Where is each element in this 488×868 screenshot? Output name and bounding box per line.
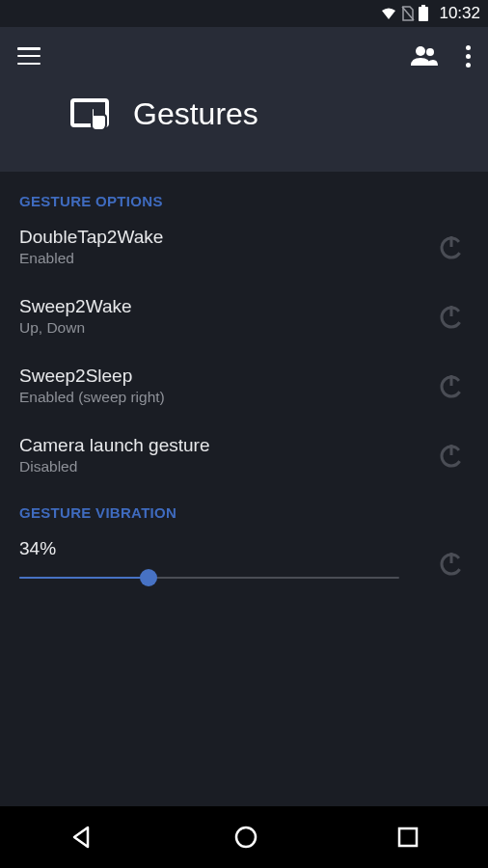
no-sim-icon bbox=[400, 5, 416, 22]
setting-title: Sweep2Sleep bbox=[19, 366, 434, 387]
content: GESTURE OPTIONS DoubleTap2Wake Enabled S… bbox=[0, 172, 488, 588]
svg-rect-2 bbox=[421, 5, 425, 8]
people-button[interactable] bbox=[410, 45, 439, 67]
power-icon[interactable] bbox=[434, 549, 469, 578]
svg-point-4 bbox=[426, 48, 434, 56]
section-header-vibration: GESTURE VIBRATION bbox=[19, 504, 469, 521]
power-icon[interactable] bbox=[434, 232, 469, 261]
setting-doubletap2wake[interactable]: DoubleTap2Wake Enabled bbox=[19, 227, 469, 267]
setting-subtitle: Disabled bbox=[19, 458, 434, 475]
status-icons bbox=[379, 5, 429, 22]
setting-subtitle: Up, Down bbox=[19, 319, 434, 337]
setting-title: Sweep2Wake bbox=[19, 296, 434, 317]
overflow-menu-button[interactable] bbox=[466, 45, 471, 68]
home-button[interactable] bbox=[232, 824, 259, 851]
setting-title: Camera launch gesture bbox=[19, 435, 434, 456]
svg-rect-17 bbox=[399, 828, 417, 846]
app-bar: Gestures bbox=[0, 27, 488, 172]
back-button[interactable] bbox=[68, 824, 95, 851]
page-title: Gestures bbox=[133, 96, 258, 132]
svg-rect-1 bbox=[419, 7, 428, 21]
power-icon[interactable] bbox=[434, 371, 469, 400]
menu-button[interactable] bbox=[17, 47, 41, 65]
power-icon[interactable] bbox=[434, 302, 469, 331]
svg-point-3 bbox=[416, 46, 425, 56]
vibration-value-label: 34% bbox=[19, 538, 415, 559]
setting-title: DoubleTap2Wake bbox=[19, 227, 434, 248]
setting-camera-launch[interactable]: Camera launch gesture Disabled bbox=[19, 435, 469, 475]
setting-subtitle: Enabled (sweep right) bbox=[19, 389, 434, 406]
setting-sweep2wake[interactable]: Sweep2Wake Up, Down bbox=[19, 296, 469, 337]
status-bar: 10:32 bbox=[0, 0, 488, 27]
svg-point-16 bbox=[236, 827, 256, 847]
battery-icon bbox=[418, 5, 429, 22]
gestures-icon bbox=[69, 95, 116, 133]
power-icon[interactable] bbox=[434, 441, 469, 470]
vibration-row: 34% bbox=[19, 538, 469, 588]
setting-sweep2sleep[interactable]: Sweep2Sleep Enabled (sweep right) bbox=[19, 366, 469, 406]
recent-apps-button[interactable] bbox=[396, 826, 420, 849]
navigation-bar bbox=[0, 806, 488, 868]
wifi-icon bbox=[379, 6, 398, 21]
status-time: 10:32 bbox=[439, 4, 480, 23]
setting-subtitle: Enabled bbox=[19, 250, 434, 267]
vibration-slider[interactable] bbox=[19, 567, 399, 588]
section-header-options: GESTURE OPTIONS bbox=[19, 193, 469, 209]
